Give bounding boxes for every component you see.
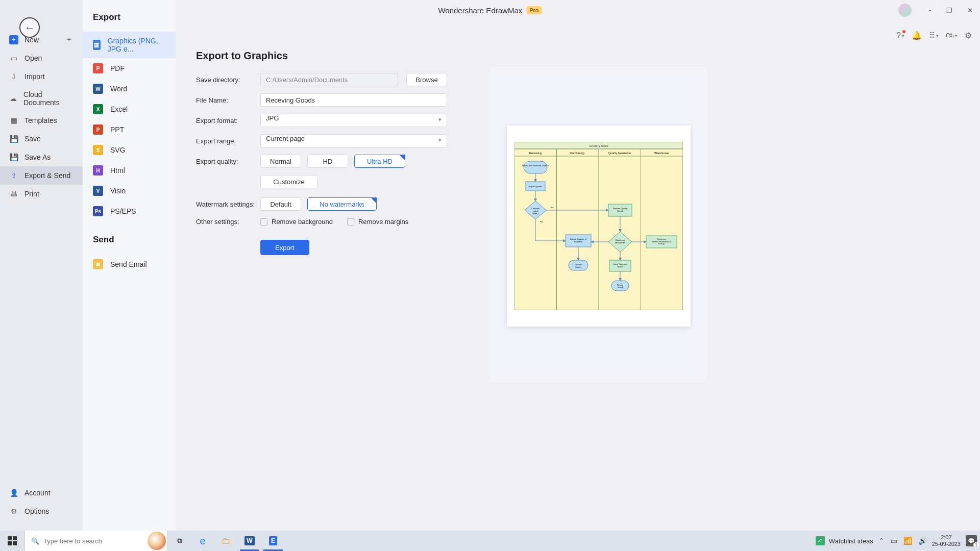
lane-3: Warehouse (654, 152, 669, 155)
nav-new[interactable]: + New + (0, 31, 83, 49)
nav-export-send[interactable]: ⇪Export & Send (0, 166, 83, 185)
nav-options[interactable]: ⚙Options (0, 502, 83, 520)
email-icon: ✉ (93, 259, 103, 269)
type-label: Graphics (PNG, JPG e... (108, 37, 165, 53)
preview-diagram: Grocery Store Receiving Purchasing Quali… (514, 142, 683, 310)
taskbar-clock[interactable]: 2:07 25-09-2023 (932, 534, 961, 547)
type-pseps[interactable]: PsPS/EPS (83, 201, 176, 221)
new-more-icon[interactable]: + (64, 35, 74, 44)
print-icon: 🖶 (9, 189, 18, 198)
edge-icon[interactable]: e (191, 531, 214, 551)
savedir-label: Save directory: (196, 76, 260, 84)
window-minimize-button[interactable]: ╶ (919, 0, 939, 20)
back-button[interactable]: ← (19, 17, 40, 38)
watermark-default-button[interactable]: Default (260, 197, 301, 211)
app-title: Wondershare EdrawMax (438, 6, 522, 15)
windows-logo-icon (8, 536, 17, 545)
cortana-circle-icon[interactable] (146, 530, 167, 551)
savedir-input[interactable] (260, 73, 398, 86)
format-select[interactable]: JPG (260, 114, 447, 127)
quality-hd-button[interactable]: HD (307, 155, 348, 168)
clock-date: 25-09-2023 (932, 541, 961, 547)
system-tray: ⌃ ▭ 📶 🔊 (878, 537, 927, 545)
file-explorer-icon[interactable]: 🗀 (214, 531, 238, 551)
visio-icon: V (93, 186, 103, 196)
windows-taskbar: 🔍 Type here to search ⧉ e 🗀 W E Watchlis… (0, 531, 980, 551)
type-send-email[interactable]: ✉Send Email (83, 254, 176, 274)
nav-save[interactable]: 💾Save (0, 130, 83, 148)
type-visio[interactable]: VVisio (83, 181, 176, 201)
nav-import[interactable]: ⇩Import (0, 67, 83, 86)
checkbox-label: Remove background (272, 218, 333, 226)
bell-icon[interactable]: 🔔 (912, 31, 922, 40)
svg-text:Goods areAccepted?: Goods areAccepted? (615, 239, 625, 244)
nav-templates[interactable]: ▦Templates (0, 111, 83, 130)
meet-now-icon[interactable]: ▭ (891, 537, 897, 545)
checkbox-icon (260, 218, 267, 226)
word-taskbar-icon[interactable]: W (238, 531, 261, 551)
type-word[interactable]: WWord (83, 79, 176, 99)
edrawmax-taskbar-icon[interactable]: E (261, 531, 285, 551)
window-restore-button[interactable]: ❐ (939, 0, 960, 20)
browse-button[interactable]: Browse (406, 73, 447, 86)
nav-save-as[interactable]: 💾Save As (0, 148, 83, 166)
type-label: Html (110, 166, 125, 174)
nav-cloud-documents[interactable]: ☁Cloud Documents (0, 86, 83, 111)
range-value: Current page (266, 135, 305, 142)
apps-icon[interactable]: ⠿▾ (929, 31, 939, 40)
customize-button[interactable]: Customize (260, 175, 317, 188)
type-excel[interactable]: XExcel (83, 99, 176, 119)
type-html[interactable]: HHtml (83, 160, 176, 181)
type-label: PS/EPS (110, 207, 136, 215)
diagram-title: Grocery Store (589, 144, 608, 147)
n-no: No (540, 220, 543, 223)
quality-normal-button[interactable]: Normal (260, 155, 301, 168)
watchlist-widget[interactable]: Watchlist ideas (816, 536, 873, 545)
filename-label: File Name: (196, 96, 260, 104)
nav-print[interactable]: 🖶Print (0, 185, 83, 203)
window-close-button[interactable]: ✕ (960, 0, 980, 20)
filename-input[interactable] (260, 93, 447, 107)
type-label: Word (110, 85, 127, 93)
templates-icon: ▦ (9, 116, 18, 125)
import-icon: ⇩ (9, 72, 18, 81)
save-icon: 💾 (9, 134, 18, 143)
start-button[interactable] (0, 531, 24, 551)
action-center-icon[interactable]: 💬 (966, 535, 977, 546)
gear-icon[interactable]: ⚙ (965, 31, 972, 40)
help-icon[interactable]: ?▾ (896, 31, 904, 40)
stock-up-icon (816, 536, 825, 545)
task-view-icon[interactable]: ⧉ (167, 531, 191, 551)
type-pdf[interactable]: PPDF (83, 58, 176, 79)
search-placeholder: Type here to search (43, 537, 102, 545)
svg-rect-6 (524, 161, 547, 173)
image-icon: 🖼 (93, 40, 101, 50)
type-svg[interactable]: SSVG (83, 140, 176, 160)
watermark-none-button[interactable]: No watermarks (307, 197, 377, 211)
nav-open[interactable]: ▭Open (0, 49, 83, 67)
cloud-icon: ☁ (9, 94, 17, 103)
type-graphics[interactable]: 🖼Graphics (PNG, JPG e... (83, 32, 176, 58)
quality-ultrahd-button[interactable]: Ultra HD (354, 155, 405, 168)
nav-label: Save As (24, 153, 51, 161)
volume-icon[interactable]: 🔊 (918, 537, 927, 545)
remove-margins-checkbox[interactable]: Remove margins (347, 218, 408, 226)
export-button[interactable]: Export (260, 240, 309, 255)
type-label: Send Email (110, 260, 147, 268)
nav-label: Import (24, 72, 45, 81)
nav-label: Export & Send (24, 171, 70, 180)
watchlist-label: Watchlist ideas (829, 537, 873, 545)
word-icon: W (93, 84, 103, 94)
clock-time: 2:07 (932, 534, 961, 541)
cart-icon[interactable]: 🛍▾ (946, 31, 958, 40)
nav-account[interactable]: 👤Account (0, 484, 83, 502)
remove-background-checkbox[interactable]: Remove background (260, 218, 333, 226)
range-select[interactable]: Current page (260, 134, 447, 147)
wifi-icon[interactable]: 📶 (903, 537, 912, 545)
type-ppt[interactable]: PPPT (83, 119, 176, 140)
checkbox-icon (347, 218, 354, 226)
tray-overflow-icon[interactable]: ⌃ (878, 537, 885, 545)
html-icon: H (93, 165, 103, 176)
user-avatar[interactable] (898, 4, 912, 17)
n-inspect: Inspect goods (528, 185, 542, 188)
